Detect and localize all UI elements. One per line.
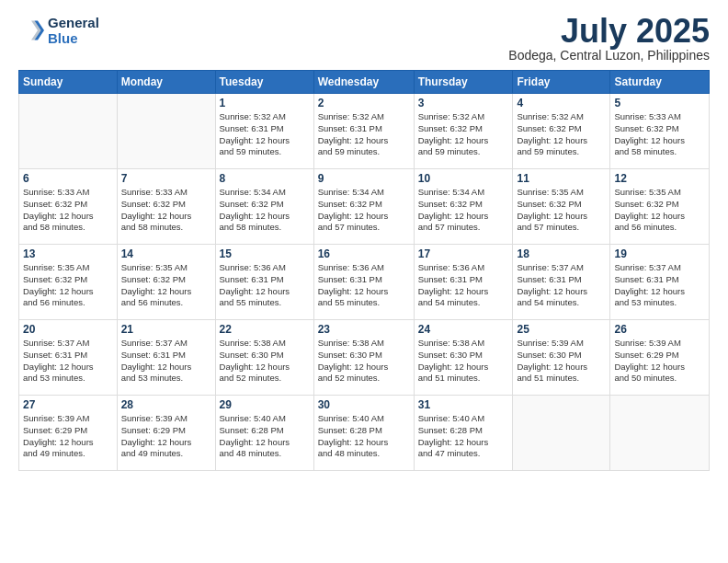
day-number: 3: [418, 97, 509, 109]
calendar-cell: 15Sunrise: 5:36 AM Sunset: 6:31 PM Dayli…: [215, 245, 313, 320]
calendar-cell: 25Sunrise: 5:39 AM Sunset: 6:30 PM Dayli…: [513, 320, 610, 396]
calendar-cell: 9Sunrise: 5:34 AM Sunset: 6:32 PM Daylig…: [313, 169, 414, 245]
day-number: 24: [418, 323, 509, 336]
calendar-cell: 17Sunrise: 5:36 AM Sunset: 6:31 PM Dayli…: [414, 245, 513, 320]
day-info: Sunrise: 5:40 AM Sunset: 6:28 PM Dayligh…: [418, 413, 509, 460]
day-info: Sunrise: 5:38 AM Sunset: 6:30 PM Dayligh…: [220, 338, 310, 385]
day-info: Sunrise: 5:35 AM Sunset: 6:32 PM Dayligh…: [23, 262, 113, 309]
day-info: Sunrise: 5:35 AM Sunset: 6:32 PM Dayligh…: [614, 187, 705, 234]
calendar-day-header: Thursday: [414, 71, 513, 94]
day-info: Sunrise: 5:32 AM Sunset: 6:32 PM Dayligh…: [418, 111, 509, 158]
calendar-cell: 6Sunrise: 5:33 AM Sunset: 6:32 PM Daylig…: [19, 169, 118, 245]
day-info: Sunrise: 5:37 AM Sunset: 6:31 PM Dayligh…: [23, 338, 113, 385]
calendar-cell: 16Sunrise: 5:36 AM Sunset: 6:31 PM Dayli…: [313, 245, 414, 320]
calendar-day-header: Monday: [117, 71, 215, 94]
day-number: 25: [517, 323, 606, 336]
day-number: 1: [220, 97, 310, 109]
day-info: Sunrise: 5:37 AM Sunset: 6:31 PM Dayligh…: [121, 338, 211, 385]
day-info: Sunrise: 5:33 AM Sunset: 6:32 PM Dayligh…: [23, 187, 113, 234]
calendar-cell: [19, 94, 118, 169]
day-info: Sunrise: 5:39 AM Sunset: 6:29 PM Dayligh…: [23, 413, 113, 460]
calendar-cell: 30Sunrise: 5:40 AM Sunset: 6:28 PM Dayli…: [313, 396, 414, 471]
day-info: Sunrise: 5:39 AM Sunset: 6:29 PM Dayligh…: [121, 413, 211, 460]
title-block: July 2025 Bodega, Central Luzon, Philipp…: [508, 15, 710, 63]
month-year: July 2025: [508, 15, 710, 48]
calendar-cell: 4Sunrise: 5:32 AM Sunset: 6:32 PM Daylig…: [513, 94, 610, 169]
calendar-cell: 27Sunrise: 5:39 AM Sunset: 6:29 PM Dayli…: [19, 396, 118, 471]
day-info: Sunrise: 5:37 AM Sunset: 6:31 PM Dayligh…: [614, 262, 705, 309]
calendar: SundayMondayTuesdayWednesdayThursdayFrid…: [18, 70, 710, 471]
calendar-cell: 11Sunrise: 5:35 AM Sunset: 6:32 PM Dayli…: [513, 169, 610, 245]
day-info: Sunrise: 5:34 AM Sunset: 6:32 PM Dayligh…: [318, 187, 410, 234]
location: Bodega, Central Luzon, Philippines: [508, 48, 710, 63]
day-info: Sunrise: 5:35 AM Sunset: 6:32 PM Dayligh…: [517, 187, 606, 234]
calendar-cell: 8Sunrise: 5:34 AM Sunset: 6:32 PM Daylig…: [215, 169, 313, 245]
calendar-cell: 23Sunrise: 5:38 AM Sunset: 6:30 PM Dayli…: [313, 320, 414, 396]
day-number: 26: [614, 323, 705, 336]
calendar-week-row: 20Sunrise: 5:37 AM Sunset: 6:31 PM Dayli…: [19, 320, 710, 396]
day-number: 20: [23, 323, 113, 336]
calendar-cell: 22Sunrise: 5:38 AM Sunset: 6:30 PM Dayli…: [215, 320, 313, 396]
day-info: Sunrise: 5:33 AM Sunset: 6:32 PM Dayligh…: [614, 111, 705, 158]
calendar-cell: 14Sunrise: 5:35 AM Sunset: 6:32 PM Dayli…: [117, 245, 215, 320]
calendar-day-header: Saturday: [610, 71, 710, 94]
day-number: 14: [121, 247, 211, 260]
calendar-cell: 20Sunrise: 5:37 AM Sunset: 6:31 PM Dayli…: [19, 320, 118, 396]
day-info: Sunrise: 5:32 AM Sunset: 6:31 PM Dayligh…: [318, 111, 410, 158]
day-info: Sunrise: 5:34 AM Sunset: 6:32 PM Dayligh…: [220, 187, 310, 234]
day-number: 6: [23, 172, 113, 185]
day-number: 29: [220, 398, 310, 411]
calendar-cell: 19Sunrise: 5:37 AM Sunset: 6:31 PM Dayli…: [610, 245, 710, 320]
day-number: 15: [220, 247, 310, 260]
day-number: 5: [614, 97, 705, 109]
header: General Blue July 2025 Bodega, Central L…: [18, 15, 710, 63]
day-number: 23: [318, 323, 410, 336]
day-number: 27: [23, 398, 113, 411]
calendar-cell: 1Sunrise: 5:32 AM Sunset: 6:31 PM Daylig…: [215, 94, 313, 169]
day-info: Sunrise: 5:40 AM Sunset: 6:28 PM Dayligh…: [318, 413, 410, 460]
day-info: Sunrise: 5:38 AM Sunset: 6:30 PM Dayligh…: [418, 338, 509, 385]
day-number: 9: [318, 172, 410, 185]
calendar-day-header: Sunday: [19, 71, 118, 94]
calendar-week-row: 6Sunrise: 5:33 AM Sunset: 6:32 PM Daylig…: [19, 169, 710, 245]
calendar-day-header: Wednesday: [313, 71, 414, 94]
day-number: 12: [614, 172, 705, 185]
calendar-week-row: 13Sunrise: 5:35 AM Sunset: 6:32 PM Dayli…: [19, 245, 710, 320]
day-number: 31: [418, 398, 509, 411]
day-info: Sunrise: 5:35 AM Sunset: 6:32 PM Dayligh…: [121, 262, 211, 309]
calendar-cell: 24Sunrise: 5:38 AM Sunset: 6:30 PM Dayli…: [414, 320, 513, 396]
calendar-cell: 10Sunrise: 5:34 AM Sunset: 6:32 PM Dayli…: [414, 169, 513, 245]
calendar-cell: 3Sunrise: 5:32 AM Sunset: 6:32 PM Daylig…: [414, 94, 513, 169]
day-number: 2: [318, 97, 410, 109]
day-number: 21: [121, 323, 211, 336]
calendar-week-row: 1Sunrise: 5:32 AM Sunset: 6:31 PM Daylig…: [19, 94, 710, 169]
calendar-day-header: Friday: [513, 71, 610, 94]
day-number: 10: [418, 172, 509, 185]
logo: General Blue: [18, 15, 99, 46]
day-info: Sunrise: 5:36 AM Sunset: 6:31 PM Dayligh…: [220, 262, 310, 309]
calendar-cell: 7Sunrise: 5:33 AM Sunset: 6:32 PM Daylig…: [117, 169, 215, 245]
day-number: 4: [517, 97, 606, 109]
day-info: Sunrise: 5:39 AM Sunset: 6:30 PM Dayligh…: [517, 338, 606, 385]
day-number: 16: [318, 247, 410, 260]
calendar-week-row: 27Sunrise: 5:39 AM Sunset: 6:29 PM Dayli…: [19, 396, 710, 471]
day-number: 30: [318, 398, 410, 411]
day-info: Sunrise: 5:33 AM Sunset: 6:32 PM Dayligh…: [121, 187, 211, 234]
calendar-day-header: Tuesday: [215, 71, 313, 94]
day-info: Sunrise: 5:40 AM Sunset: 6:28 PM Dayligh…: [220, 413, 310, 460]
calendar-cell: 28Sunrise: 5:39 AM Sunset: 6:29 PM Dayli…: [117, 396, 215, 471]
day-info: Sunrise: 5:37 AM Sunset: 6:31 PM Dayligh…: [517, 262, 606, 309]
calendar-cell: 29Sunrise: 5:40 AM Sunset: 6:28 PM Dayli…: [215, 396, 313, 471]
calendar-header-row: SundayMondayTuesdayWednesdayThursdayFrid…: [19, 71, 710, 94]
day-info: Sunrise: 5:32 AM Sunset: 6:31 PM Dayligh…: [220, 111, 310, 158]
day-number: 22: [220, 323, 310, 336]
day-info: Sunrise: 5:36 AM Sunset: 6:31 PM Dayligh…: [318, 262, 410, 309]
day-info: Sunrise: 5:38 AM Sunset: 6:30 PM Dayligh…: [318, 338, 410, 385]
calendar-cell: 13Sunrise: 5:35 AM Sunset: 6:32 PM Dayli…: [19, 245, 118, 320]
day-info: Sunrise: 5:36 AM Sunset: 6:31 PM Dayligh…: [418, 262, 509, 309]
day-number: 11: [517, 172, 606, 185]
page: General Blue July 2025 Bodega, Central L…: [0, 0, 728, 563]
day-info: Sunrise: 5:39 AM Sunset: 6:29 PM Dayligh…: [614, 338, 705, 385]
calendar-cell: [117, 94, 215, 169]
day-number: 17: [418, 247, 509, 260]
